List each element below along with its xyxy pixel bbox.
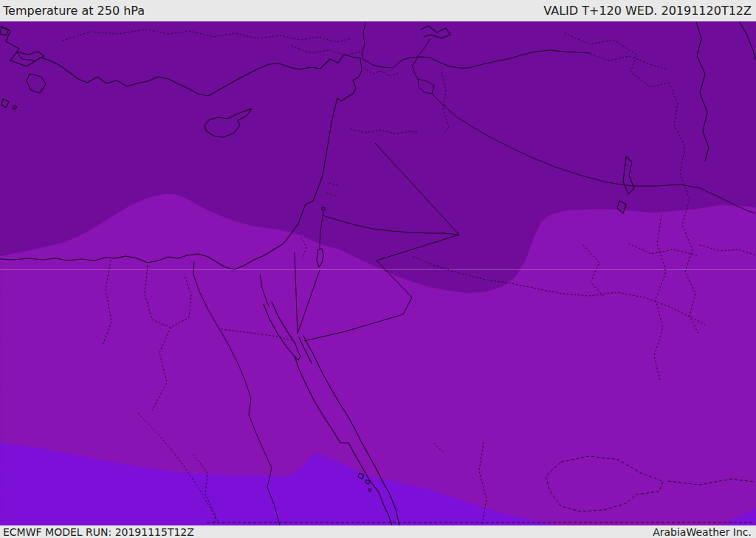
page-title: Temperature at 250 hPa — [3, 5, 145, 17]
header-bar: Temperature at 250 hPa VALID T+120 WED. … — [0, 0, 756, 21]
weather-map-app: Temperature at 250 hPa VALID T+120 WED. … — [0, 0, 756, 538]
map-canvas — [0, 21, 756, 525]
weather-map — [0, 21, 756, 525]
valid-time-label: VALID T+120 WED. 20191120T12Z — [543, 5, 752, 17]
temperature-bands — [0, 21, 756, 525]
model-run-label: ECMWF MODEL RUN: 20191115T12Z — [3, 527, 194, 537]
company-label: ArabiaWeather Inc. — [653, 527, 752, 537]
footer-bar: ECMWF MODEL RUN: 20191115T12Z ArabiaWeat… — [0, 525, 756, 538]
